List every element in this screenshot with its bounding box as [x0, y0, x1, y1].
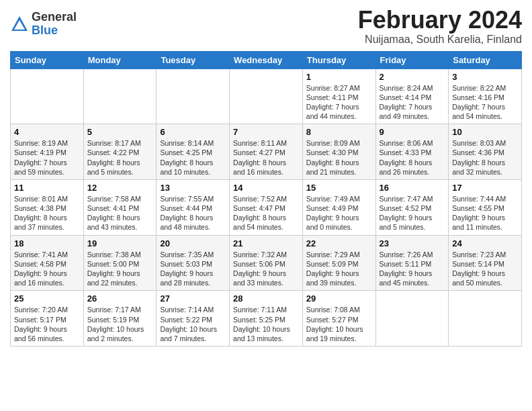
calendar-cell: 16Sunrise: 7:47 AM Sunset: 4:52 PM Dayli…: [375, 179, 449, 235]
calendar-cell: 6Sunrise: 8:14 AM Sunset: 4:25 PM Daylig…: [157, 124, 230, 180]
day-number: 1: [306, 72, 372, 82]
day-number: 8: [306, 127, 372, 137]
day-number: 29: [306, 293, 372, 304]
day-number: 17: [452, 183, 518, 193]
day-number: 22: [306, 238, 372, 248]
logo-general: General: [32, 11, 77, 24]
day-detail: Sunrise: 7:08 AM Sunset: 5:27 PM Dayligh…: [306, 305, 372, 343]
day-number: 15: [306, 183, 372, 193]
calendar-title: February 2024: [358, 7, 522, 34]
calendar-cell: 12Sunrise: 7:58 AM Sunset: 4:41 PM Dayli…: [83, 179, 157, 235]
day-detail: Sunrise: 7:29 AM Sunset: 5:09 PM Dayligh…: [306, 250, 372, 288]
day-number: 25: [14, 293, 80, 304]
logo: General Blue: [10, 11, 77, 38]
day-detail: Sunrise: 7:49 AM Sunset: 4:49 PM Dayligh…: [306, 194, 372, 232]
logo-text: General Blue: [32, 11, 77, 38]
day-number: 24: [452, 238, 518, 248]
week-row-3: 11Sunrise: 8:01 AM Sunset: 4:38 PM Dayli…: [11, 179, 522, 235]
day-detail: Sunrise: 8:24 AM Sunset: 4:14 PM Dayligh…: [380, 83, 445, 122]
calendar-cell: [11, 68, 84, 124]
calendar-table: SundayMondayTuesdayWednesdayThursdayFrid…: [10, 51, 522, 347]
calendar-cell: 25Sunrise: 7:20 AM Sunset: 5:17 PM Dayli…: [11, 291, 84, 347]
logo-blue: Blue: [32, 24, 77, 38]
day-detail: Sunrise: 7:52 AM Sunset: 4:47 PM Dayligh…: [233, 194, 299, 232]
day-number: 19: [87, 238, 153, 248]
day-number: 20: [160, 238, 226, 248]
day-number: 3: [452, 72, 518, 82]
day-number: 23: [380, 238, 445, 248]
day-detail: Sunrise: 8:22 AM Sunset: 4:16 PM Dayligh…: [452, 83, 518, 122]
calendar-cell: [375, 291, 449, 347]
day-detail: Sunrise: 8:03 AM Sunset: 4:36 PM Dayligh…: [452, 138, 518, 177]
col-header-sunday: Sunday: [11, 51, 84, 68]
calendar-cell: 21Sunrise: 7:32 AM Sunset: 5:06 PM Dayli…: [230, 235, 303, 291]
calendar-cell: 20Sunrise: 7:35 AM Sunset: 5:03 PM Dayli…: [157, 235, 230, 291]
day-detail: Sunrise: 7:26 AM Sunset: 5:11 PM Dayligh…: [380, 250, 445, 288]
day-number: 14: [233, 183, 299, 193]
calendar-cell: 18Sunrise: 7:41 AM Sunset: 4:58 PM Dayli…: [11, 235, 84, 291]
calendar-cell: 8Sunrise: 8:09 AM Sunset: 4:30 PM Daylig…: [302, 124, 375, 180]
day-detail: Sunrise: 8:06 AM Sunset: 4:33 PM Dayligh…: [380, 138, 445, 177]
calendar-cell: 22Sunrise: 7:29 AM Sunset: 5:09 PM Dayli…: [302, 235, 375, 291]
day-number: 12: [87, 183, 153, 193]
col-header-wednesday: Wednesday: [230, 51, 303, 68]
col-header-thursday: Thursday: [302, 51, 375, 68]
day-number: 6: [160, 127, 226, 137]
day-number: 27: [160, 293, 226, 304]
day-number: 16: [380, 183, 445, 193]
col-header-saturday: Saturday: [449, 51, 522, 68]
day-detail: Sunrise: 8:09 AM Sunset: 4:30 PM Dayligh…: [306, 138, 372, 177]
calendar-cell: [449, 291, 522, 347]
calendar-cell: 4Sunrise: 8:19 AM Sunset: 4:19 PM Daylig…: [11, 124, 84, 180]
calendar-cell: 24Sunrise: 7:23 AM Sunset: 5:14 PM Dayli…: [449, 235, 522, 291]
calendar-cell: 2Sunrise: 8:24 AM Sunset: 4:14 PM Daylig…: [375, 68, 449, 124]
col-header-tuesday: Tuesday: [157, 51, 230, 68]
calendar-header: SundayMondayTuesdayWednesdayThursdayFrid…: [11, 51, 522, 68]
day-detail: Sunrise: 7:58 AM Sunset: 4:41 PM Dayligh…: [87, 194, 153, 232]
calendar-cell: 27Sunrise: 7:14 AM Sunset: 5:22 PM Dayli…: [157, 291, 230, 347]
day-number: 18: [14, 238, 80, 248]
day-number: 11: [14, 183, 80, 193]
day-detail: Sunrise: 7:20 AM Sunset: 5:17 PM Dayligh…: [14, 305, 80, 343]
calendar-cell: 5Sunrise: 8:17 AM Sunset: 4:22 PM Daylig…: [83, 124, 157, 180]
day-detail: Sunrise: 7:47 AM Sunset: 4:52 PM Dayligh…: [380, 194, 445, 232]
header: General Blue February 2024 Nuijamaa, Sou…: [10, 7, 522, 46]
calendar-cell: 9Sunrise: 8:06 AM Sunset: 4:33 PM Daylig…: [375, 124, 449, 180]
calendar-cell: 26Sunrise: 7:17 AM Sunset: 5:19 PM Dayli…: [83, 291, 157, 347]
day-detail: Sunrise: 8:11 AM Sunset: 4:27 PM Dayligh…: [233, 138, 299, 177]
calendar-cell: 28Sunrise: 7:11 AM Sunset: 5:25 PM Dayli…: [230, 291, 303, 347]
calendar-cell: 1Sunrise: 8:27 AM Sunset: 4:11 PM Daylig…: [302, 68, 375, 124]
day-detail: Sunrise: 7:35 AM Sunset: 5:03 PM Dayligh…: [160, 250, 226, 288]
day-number: 28: [233, 293, 299, 304]
day-detail: Sunrise: 7:41 AM Sunset: 4:58 PM Dayligh…: [14, 250, 80, 288]
calendar-cell: 3Sunrise: 8:22 AM Sunset: 4:16 PM Daylig…: [449, 68, 522, 124]
day-detail: Sunrise: 8:01 AM Sunset: 4:38 PM Dayligh…: [14, 194, 80, 232]
day-detail: Sunrise: 7:17 AM Sunset: 5:19 PM Dayligh…: [87, 305, 153, 343]
calendar-cell: 17Sunrise: 7:44 AM Sunset: 4:55 PM Dayli…: [449, 179, 522, 235]
col-header-friday: Friday: [375, 51, 449, 68]
day-number: 5: [87, 127, 153, 137]
calendar-cell: 15Sunrise: 7:49 AM Sunset: 4:49 PM Dayli…: [302, 179, 375, 235]
day-detail: Sunrise: 7:38 AM Sunset: 5:00 PM Dayligh…: [87, 250, 153, 288]
day-detail: Sunrise: 8:14 AM Sunset: 4:25 PM Dayligh…: [160, 138, 226, 177]
day-detail: Sunrise: 7:55 AM Sunset: 4:44 PM Dayligh…: [160, 194, 226, 232]
day-detail: Sunrise: 7:32 AM Sunset: 5:06 PM Dayligh…: [233, 250, 299, 288]
calendar-cell: [157, 68, 230, 124]
day-number: 9: [380, 127, 445, 137]
calendar-cell: 29Sunrise: 7:08 AM Sunset: 5:27 PM Dayli…: [302, 291, 375, 347]
day-number: 4: [14, 127, 80, 137]
calendar-cell: 19Sunrise: 7:38 AM Sunset: 5:00 PM Dayli…: [83, 235, 157, 291]
logo-icon: [10, 15, 29, 34]
day-detail: Sunrise: 8:17 AM Sunset: 4:22 PM Dayligh…: [87, 138, 153, 177]
day-number: 13: [160, 183, 226, 193]
week-row-4: 18Sunrise: 7:41 AM Sunset: 4:58 PM Dayli…: [11, 235, 522, 291]
day-number: 2: [380, 72, 445, 82]
header-row: SundayMondayTuesdayWednesdayThursdayFrid…: [11, 51, 522, 68]
calendar-cell: 13Sunrise: 7:55 AM Sunset: 4:44 PM Dayli…: [157, 179, 230, 235]
day-detail: Sunrise: 7:14 AM Sunset: 5:22 PM Dayligh…: [160, 305, 226, 343]
calendar-cell: 7Sunrise: 8:11 AM Sunset: 4:27 PM Daylig…: [230, 124, 303, 180]
col-header-monday: Monday: [83, 51, 157, 68]
day-detail: Sunrise: 7:44 AM Sunset: 4:55 PM Dayligh…: [452, 194, 518, 232]
day-detail: Sunrise: 7:23 AM Sunset: 5:14 PM Dayligh…: [452, 250, 518, 288]
calendar-cell: 11Sunrise: 8:01 AM Sunset: 4:38 PM Dayli…: [11, 179, 84, 235]
